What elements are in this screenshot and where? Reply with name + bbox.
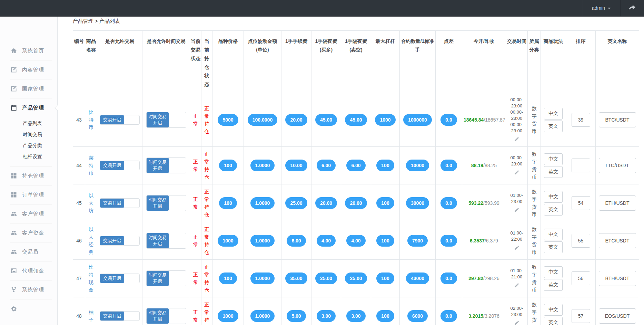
trade-on-button[interactable]: 交易开启 — [100, 274, 124, 283]
trade-toggle[interactable]: 交易开启 — [100, 115, 140, 125]
sidebar-item[interactable]: 订单管理 — [0, 185, 57, 204]
play-cn-button[interactable]: 中文 — [544, 191, 563, 203]
contract-pill[interactable]: 10000 — [406, 160, 429, 171]
sidebar-item[interactable]: 客户资金 — [0, 223, 57, 242]
overnight-sell-pill[interactable]: 4.00 — [346, 235, 365, 247]
time-trade-toggle[interactable]: 时间交易开启 — [146, 270, 186, 286]
leverage-pill[interactable]: 100 — [376, 273, 394, 284]
fee-pill[interactable]: 35.00 — [285, 273, 307, 284]
time-trade-toggle[interactable]: 时间交易开启 — [146, 233, 186, 249]
sort-input[interactable] — [572, 234, 590, 248]
time-trade-on-button[interactable]: 时间交易开启 — [147, 112, 169, 127]
edit-time-icon[interactable] — [514, 320, 519, 325]
time-trade-toggle[interactable]: 时间交易开启 — [146, 308, 186, 324]
spread-pill[interactable]: 0.0 — [440, 197, 457, 209]
trade-on-button[interactable]: 交易开启 — [100, 199, 124, 208]
overnight-sell-pill[interactable]: 45.00 — [345, 114, 367, 126]
sidebar-subitem[interactable]: 产品分类 — [0, 140, 57, 151]
product-name-link[interactable]: 以太经典 — [88, 226, 94, 256]
sidebar-item[interactable]: 交易员 — [0, 242, 57, 261]
trade-on-button[interactable]: 交易开启 — [100, 236, 124, 245]
overnight-sell-pill[interactable]: 6.00 — [346, 160, 365, 171]
overnight-buy-pill[interactable]: 6.00 — [317, 160, 336, 171]
play-en-button[interactable]: 英文 — [544, 241, 563, 253]
product-name-link[interactable]: 柚子 — [88, 308, 94, 324]
edit-time-icon[interactable] — [514, 245, 519, 251]
tick-size-pill[interactable]: 100.0000 — [248, 114, 277, 126]
sidebar-item[interactable]: 系统首页 — [0, 41, 57, 60]
time-trade-toggle[interactable]: 时间交易开启 — [146, 157, 186, 173]
trade-toggle[interactable]: 交易开启 — [100, 311, 140, 321]
edit-time-icon[interactable] — [514, 136, 519, 143]
spread-pill[interactable]: 0.0 — [440, 160, 457, 171]
play-cn-button[interactable]: 中文 — [544, 153, 563, 165]
time-trade-on-button[interactable]: 时间交易开启 — [147, 271, 169, 286]
time-trade-toggle[interactable]: 时间交易开启 — [146, 195, 186, 211]
edit-time-icon[interactable] — [514, 170, 519, 176]
edit-time-icon[interactable] — [514, 207, 519, 214]
price-pill[interactable]: 1000 — [218, 310, 238, 322]
tick-size-pill[interactable]: 1.0000 — [250, 310, 275, 322]
spread-pill[interactable]: 0.0 — [440, 235, 457, 247]
time-trade-toggle[interactable]: 时间交易开启 — [146, 112, 186, 128]
tick-size-pill[interactable]: 1.0000 — [250, 235, 275, 247]
play-cn-button[interactable]: 中文 — [544, 304, 563, 316]
product-name-link[interactable]: 莱特币 — [88, 154, 94, 177]
sidebar-item[interactable]: 内容管理 — [0, 60, 57, 79]
sidebar-item[interactable]: 持仓管理 — [0, 166, 57, 185]
spread-pill[interactable]: 0.0 — [440, 114, 457, 126]
trade-toggle[interactable]: 交易开启 — [100, 161, 140, 170]
sidebar-subitem[interactable]: 杠杆设置 — [0, 151, 57, 162]
overnight-sell-pill[interactable]: 25.00 — [345, 273, 367, 284]
sidebar-item[interactable] — [0, 299, 57, 318]
overnight-buy-pill[interactable]: 4.00 — [317, 235, 336, 247]
time-trade-on-button[interactable]: 时间交易开启 — [147, 308, 169, 324]
time-trade-on-button[interactable]: 时间交易开启 — [147, 158, 169, 173]
overnight-buy-pill[interactable]: 25.00 — [315, 273, 337, 284]
contract-pill[interactable]: 30000 — [406, 197, 429, 209]
fee-pill[interactable]: 5.00 — [287, 310, 306, 322]
play-en-button[interactable]: 英文 — [544, 166, 563, 178]
share-button[interactable] — [621, 0, 644, 16]
product-name-link[interactable]: 比特币 — [88, 108, 94, 131]
product-name-link[interactable]: 比特现金 — [88, 263, 94, 294]
sidebar-item[interactable]: 国家管理 — [0, 79, 57, 98]
leverage-pill[interactable]: 100 — [376, 235, 394, 247]
fee-pill[interactable]: 10.00 — [285, 160, 307, 171]
sidebar-item[interactable]: 客户管理 — [0, 204, 57, 223]
sort-input[interactable] — [572, 271, 590, 285]
overnight-sell-pill[interactable]: 20.00 — [345, 197, 367, 209]
leverage-pill[interactable]: 100 — [376, 310, 394, 322]
tick-size-pill[interactable]: 1.0000 — [250, 197, 275, 209]
trade-on-button[interactable]: 交易开启 — [100, 161, 124, 170]
leverage-pill[interactable]: 100 — [376, 197, 394, 209]
sidebar-subitem[interactable]: 产品列表 — [0, 118, 57, 129]
overnight-buy-pill[interactable]: 20.00 — [315, 197, 337, 209]
overnight-buy-pill[interactable]: 45.00 — [315, 114, 337, 126]
tick-size-pill[interactable]: 1.0000 — [250, 160, 275, 171]
play-cn-button[interactable]: 中文 — [544, 266, 563, 278]
tick-size-pill[interactable]: 1.0000 — [250, 273, 275, 284]
sort-input[interactable] — [572, 196, 590, 210]
play-en-button[interactable]: 英文 — [544, 317, 563, 325]
price-pill[interactable]: 100 — [219, 197, 237, 209]
trade-toggle[interactable]: 交易开启 — [100, 274, 140, 283]
fee-pill[interactable]: 6.00 — [287, 235, 306, 247]
trade-toggle[interactable]: 交易开启 — [100, 198, 140, 208]
price-pill[interactable]: 1000 — [218, 235, 238, 247]
contract-pill[interactable]: 1000000 — [403, 114, 432, 126]
trade-on-button[interactable]: 交易开启 — [100, 312, 124, 321]
leverage-pill[interactable]: 1000 — [375, 114, 395, 126]
play-en-button[interactable]: 英文 — [544, 204, 563, 216]
product-name-link[interactable]: 以太坊 — [88, 192, 94, 214]
sidebar-subitem[interactable]: 时间交易 — [0, 129, 57, 140]
edit-time-icon[interactable] — [514, 283, 519, 289]
leverage-pill[interactable]: 100 — [376, 160, 394, 171]
price-pill[interactable]: 100 — [219, 160, 237, 171]
sidebar-item[interactable]: 产品管理 — [0, 98, 57, 117]
sidebar-item[interactable]: 系统管理 — [0, 280, 57, 299]
play-en-button[interactable]: 英文 — [544, 121, 563, 132]
contract-pill[interactable]: 6000 — [407, 310, 428, 322]
contract-pill[interactable]: 43000 — [406, 273, 429, 284]
sort-input[interactable] — [572, 113, 590, 127]
